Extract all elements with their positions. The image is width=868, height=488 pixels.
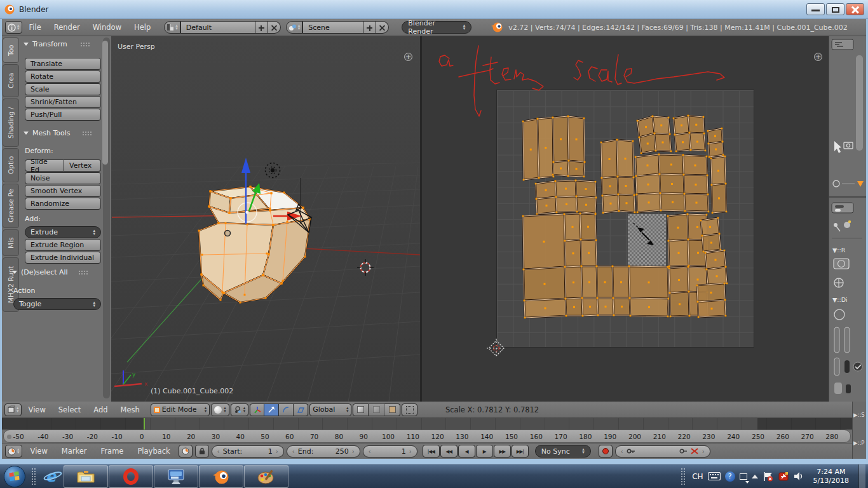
shelf-tab-misc[interactable]: Mis [3, 229, 19, 256]
editor-type-3d-button[interactable] [4, 403, 22, 416]
remote-desktop-button[interactable] [154, 465, 198, 488]
menu-tl-view[interactable]: View [25, 447, 53, 456]
panel-label-render[interactable]: ▼::R [832, 247, 846, 254]
use-preview-range-button[interactable] [179, 445, 193, 458]
collapsed-label-s[interactable]: ▶::S [853, 412, 865, 418]
lamp-object[interactable] [266, 163, 280, 178]
pivot-dropdown[interactable] [231, 403, 249, 416]
file-explorer-button[interactable] [64, 465, 108, 488]
pill-button[interactable] [834, 383, 842, 394]
layout-name-field[interactable]: Default [180, 21, 255, 34]
viewport-3d[interactable]: y x User Persp (1) Cube.001_Cube.002 + [111, 36, 420, 402]
layout-icon-button[interactable] [164, 21, 180, 34]
render-engine-dropdown[interactable]: Blender Render [402, 21, 471, 34]
volume-icon[interactable] [794, 471, 804, 481]
cube-solid-button[interactable] [353, 403, 369, 416]
menu-tl-marker[interactable]: Marker [56, 447, 93, 456]
shelf-scrollbar-thumb[interactable] [102, 41, 108, 165]
slider-track[interactable] [834, 327, 839, 353]
smooth-vertex-button[interactable]: Smooth Vertex [25, 185, 101, 197]
manipulator-axes-button[interactable] [250, 403, 264, 416]
start-frame-field[interactable]: Start: 1 [212, 445, 284, 458]
add-layout-button[interactable] [255, 21, 268, 34]
outliner-scrollbar[interactable] [856, 55, 863, 151]
timeline-ruler[interactable]: -50-40-30-20-100102030405060708090100110… [3, 430, 851, 443]
maximize-button[interactable] [826, 3, 844, 15]
scene-icon-button[interactable] [286, 21, 303, 34]
remove-key-icon[interactable] [690, 447, 699, 455]
mode-dropdown[interactable]: Edit Mode [151, 403, 210, 416]
keying-set-field[interactable] [615, 445, 710, 458]
extrude-dropdown[interactable]: Extrude [25, 226, 101, 238]
menu-select[interactable]: Select [53, 405, 86, 414]
push-pull-button[interactable]: Push/Pull [25, 109, 101, 121]
action-toggle-dropdown[interactable]: Toggle [13, 298, 101, 310]
shelf-scrollbar[interactable] [103, 37, 110, 398]
extrude-region-button[interactable]: Extrude Region [25, 239, 101, 251]
show-desktop-button[interactable] [858, 464, 865, 488]
close-button[interactable] [846, 3, 864, 15]
menu-mesh[interactable]: Mesh [115, 405, 146, 414]
extrude-individual-button[interactable]: Extrude Individual [25, 252, 101, 264]
viewport-shading-dropdown[interactable] [211, 403, 229, 416]
action-center-flag-icon[interactable] [763, 471, 774, 482]
region-expand-icon[interactable]: + [814, 53, 822, 61]
scene-name-field[interactable]: Scene [302, 21, 363, 34]
cube-ghost-button[interactable] [369, 403, 384, 416]
shelf-tab-tools[interactable]: Too [3, 37, 19, 63]
blender-button[interactable] [199, 465, 243, 488]
timeline-band[interactable] [2, 418, 852, 430]
slide-edge-button[interactable]: Slide Ed [25, 159, 64, 172]
keyboard-icon[interactable] [708, 472, 721, 480]
language-indicator[interactable]: CH [692, 472, 703, 481]
help-tray-icon[interactable] [725, 471, 735, 482]
side-panel-strip[interactable]: ▼::R ▼::Di [829, 36, 866, 402]
window-tray-icon[interactable] [740, 473, 747, 480]
menu-file[interactable]: File [24, 23, 47, 32]
panel-label-dimensions[interactable]: ▼::Di [832, 296, 848, 303]
jump-to-end-button[interactable]: ▶▶| [512, 445, 529, 458]
rotate-manipulator-button[interactable] [279, 403, 294, 416]
slider-track[interactable] [834, 358, 839, 376]
next-keyframe-button[interactable]: ▶▶ [494, 445, 511, 458]
rotate-button[interactable]: Rotate [25, 71, 101, 83]
menu-window[interactable]: Window [87, 23, 127, 32]
editor-type-timeline-button[interactable] [5, 445, 22, 458]
current-frame-marker[interactable] [144, 418, 145, 430]
toggle-dark[interactable] [844, 360, 850, 373]
toggle-dark[interactable] [846, 384, 851, 393]
paint-app-button[interactable] [244, 465, 288, 488]
play-reverse-button[interactable]: ◀ [458, 445, 475, 458]
translate-button[interactable]: Translate [25, 58, 101, 70]
randomize-button[interactable]: Randomize [25, 198, 101, 210]
menu-view[interactable]: View [23, 405, 51, 414]
translate-manipulator-button[interactable] [264, 403, 279, 416]
noise-button[interactable]: Noise [25, 172, 101, 184]
orientation-dropdown[interactable]: Global [309, 403, 351, 416]
uv-image-editor[interactable]: + [422, 36, 829, 402]
delete-layout-button[interactable] [268, 21, 281, 34]
tool-shelf[interactable]: Too Crea Shading / Optio Grease Pe Mis M… [2, 36, 111, 402]
panel-header-mesh-tools[interactable]: Mesh Tools [24, 129, 92, 137]
menu-help[interactable]: Help [128, 23, 156, 32]
delete-scene-button[interactable] [376, 21, 389, 34]
panel-header-deselect-all[interactable]: (De)select All [12, 268, 88, 276]
menu-render[interactable]: Render [48, 23, 86, 32]
clock[interactable]: 7:24 AM 5/13/2018 [808, 468, 854, 485]
collapsed-label-p[interactable]: ▶::P [853, 440, 864, 446]
scale-button[interactable]: Scale [25, 83, 101, 95]
panel-header-transform[interactable]: Transform [24, 40, 90, 48]
shelf-tab-create[interactable]: Crea [3, 64, 19, 97]
shelf-tab-shading[interactable]: Shading / [3, 98, 19, 147]
snap-button[interactable] [402, 403, 417, 416]
checkbox-icon[interactable] [853, 362, 862, 371]
mesh-object[interactable] [198, 186, 311, 304]
play-button[interactable]: ▶ [476, 445, 493, 458]
current-frame-field[interactable]: 1 [363, 445, 417, 458]
internet-explorer-button[interactable]: e [38, 465, 64, 488]
editor-type-info-button[interactable] [5, 21, 22, 34]
previous-keyframe-button[interactable]: ◀◀ [440, 445, 458, 458]
shrink-fatten-button[interactable]: Shrink/Fatten [25, 96, 101, 108]
menu-add[interactable]: Add [88, 405, 113, 414]
security-tray-icon[interactable] [778, 471, 789, 482]
